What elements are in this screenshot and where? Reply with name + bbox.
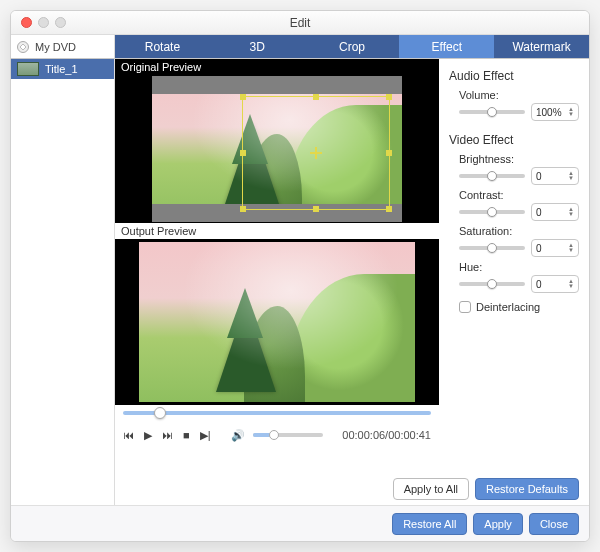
sidebar-item-title1[interactable]: Title_1 (11, 59, 114, 79)
effects-panel: Audio Effect Volume: 100% ▲▼ Video Effec… (439, 59, 589, 505)
sidebar-item-label: Title_1 (45, 63, 78, 75)
audio-effect-title: Audio Effect (449, 69, 579, 83)
crop-center-icon (310, 147, 322, 159)
seek-bar[interactable] (115, 405, 439, 421)
original-preview (115, 75, 439, 223)
apply-to-all-button[interactable]: Apply to All (393, 478, 469, 500)
crop-handle[interactable] (313, 94, 319, 100)
preview-column: Original Preview (115, 59, 439, 505)
volume-spinner[interactable]: 100% ▲▼ (531, 103, 579, 121)
original-preview-label: Original Preview (115, 59, 439, 75)
output-frame (139, 242, 415, 402)
original-frame (152, 76, 402, 222)
hue-label: Hue: (449, 261, 579, 273)
video-effect-title: Video Effect (449, 133, 579, 147)
saturation-label: Saturation: (449, 225, 579, 237)
fast-forward-icon[interactable]: ⏭ (162, 429, 173, 442)
body: Title_1 Original Preview (11, 59, 589, 505)
stepper-down-icon[interactable]: ▼ (568, 248, 574, 253)
contrast-value: 0 (536, 207, 542, 218)
sidebar-root-label: My DVD (35, 41, 76, 53)
brightness-spinner[interactable]: 0 ▲▼ (531, 167, 579, 185)
tab-crop[interactable]: Crop (305, 35, 400, 58)
volume-value: 100% (536, 107, 562, 118)
video-frame-image (139, 242, 415, 402)
footer: Apply to All Restore Defaults Restore Al… (11, 505, 589, 541)
saturation-value: 0 (536, 243, 542, 254)
brightness-label: Brightness: (449, 153, 579, 165)
crop-handle[interactable] (386, 206, 392, 212)
crop-handle[interactable] (240, 206, 246, 212)
tab-3d[interactable]: 3D (210, 35, 305, 58)
crop-handle[interactable] (313, 206, 319, 212)
tab-rotate[interactable]: Rotate (115, 35, 210, 58)
contrast-slider[interactable] (459, 210, 525, 214)
restore-all-button[interactable]: Restore All (392, 513, 467, 535)
title-thumbnail-icon (17, 62, 39, 76)
deinterlacing-row[interactable]: Deinterlacing (449, 301, 579, 313)
next-icon[interactable]: ▶| (200, 429, 211, 442)
crop-handle[interactable] (240, 94, 246, 100)
time-display: 00:00:06/00:00:41 (342, 429, 431, 441)
apply-button[interactable]: Apply (473, 513, 523, 535)
hue-slider[interactable] (459, 282, 525, 286)
hue-spinner[interactable]: 0 ▲▼ (531, 275, 579, 293)
brightness-slider[interactable] (459, 174, 525, 178)
volume-label: Volume: (449, 89, 579, 101)
crop-handle[interactable] (386, 94, 392, 100)
seek-thumb[interactable] (154, 407, 166, 419)
stepper-down-icon[interactable]: ▼ (568, 112, 574, 117)
contrast-spinner[interactable]: 0 ▲▼ (531, 203, 579, 221)
player-controls: ⏮ ▶ ⏭ ■ ▶| 🔊 00:00:06/00:00:41 (115, 421, 439, 449)
stop-icon[interactable]: ■ (183, 429, 190, 442)
prev-frame-icon[interactable]: ⏮ (123, 429, 134, 442)
deinterlacing-label: Deinterlacing (476, 301, 540, 313)
crop-handle[interactable] (386, 150, 392, 156)
output-preview (115, 239, 439, 405)
play-icon[interactable]: ▶ (144, 429, 152, 442)
volume-thumb[interactable] (269, 430, 279, 440)
volume-slider[interactable] (253, 433, 323, 437)
tab-effect[interactable]: Effect (399, 35, 494, 58)
stepper-down-icon[interactable]: ▼ (568, 176, 574, 181)
disc-icon (17, 41, 29, 53)
deinterlacing-checkbox[interactable] (459, 301, 471, 313)
tab-watermark[interactable]: Watermark (494, 35, 589, 58)
stepper-down-icon[interactable]: ▼ (568, 284, 574, 289)
hue-value: 0 (536, 279, 542, 290)
top-row: My DVD Rotate 3D Crop Effect Watermark (11, 35, 589, 59)
saturation-spinner[interactable]: 0 ▲▼ (531, 239, 579, 257)
close-button[interactable]: Close (529, 513, 579, 535)
sidebar: Title_1 (11, 59, 115, 505)
titlebar: Edit (11, 11, 589, 35)
brightness-value: 0 (536, 171, 542, 182)
crop-rectangle[interactable] (242, 96, 390, 210)
sidebar-root[interactable]: My DVD (11, 35, 115, 58)
edit-window: Edit My DVD Rotate 3D Crop Effect Waterm… (10, 10, 590, 542)
stepper-down-icon[interactable]: ▼ (568, 212, 574, 217)
seek-track[interactable] (123, 411, 431, 415)
volume-effect-slider[interactable] (459, 110, 525, 114)
crop-handle[interactable] (240, 150, 246, 156)
window-title: Edit (11, 16, 589, 30)
contrast-label: Contrast: (449, 189, 579, 201)
restore-defaults-button[interactable]: Restore Defaults (475, 478, 579, 500)
tab-bar: Rotate 3D Crop Effect Watermark (115, 35, 589, 58)
letterbox-top (152, 76, 402, 94)
saturation-slider[interactable] (459, 246, 525, 250)
volume-icon[interactable]: 🔊 (231, 429, 245, 442)
output-preview-label: Output Preview (115, 223, 439, 239)
main: Original Preview (115, 59, 589, 505)
